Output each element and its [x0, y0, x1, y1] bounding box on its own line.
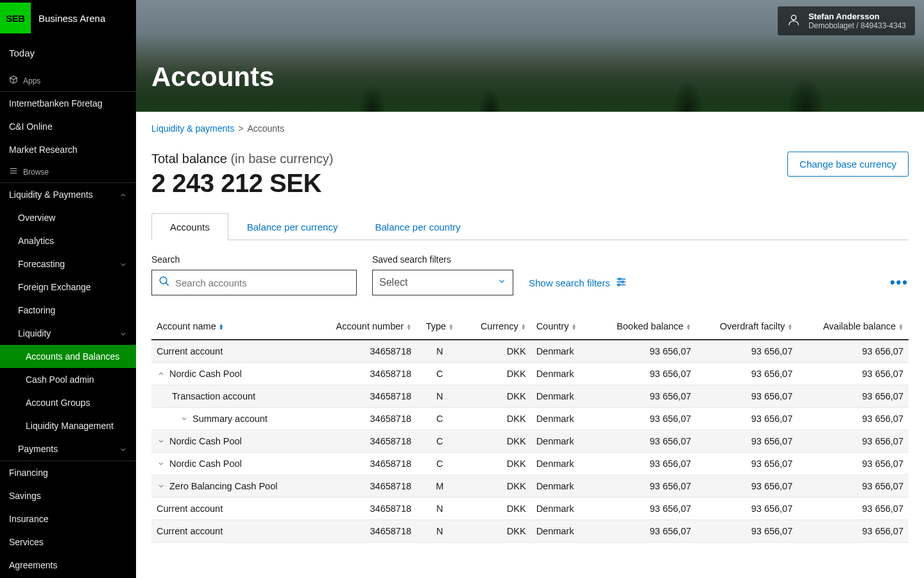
country-cell: Denmark: [531, 340, 593, 363]
type-cell: N: [416, 520, 463, 543]
user-company: Demobolaget / 849433-4343: [809, 21, 906, 30]
content-area: Liquidity & payments > Accounts Total ba…: [136, 112, 924, 578]
column-header[interactable]: Currency▲▼: [463, 313, 531, 340]
search-input[interactable]: [175, 277, 350, 288]
breadcrumb: Liquidity & payments > Accounts: [151, 123, 909, 134]
tab-balance-per-country[interactable]: Balance per country: [356, 213, 479, 240]
overdraft-cell: 93 656,07: [696, 363, 798, 385]
nav-today[interactable]: Today: [0, 36, 136, 70]
column-label: Type: [426, 321, 446, 331]
search-input-wrap[interactable]: [151, 270, 357, 295]
currency-cell: DKK: [463, 520, 531, 543]
table-row[interactable]: Nordic Cash Pool34658718CDKKDenmark93 65…: [151, 363, 909, 385]
type-cell: C: [416, 430, 463, 453]
more-actions-button[interactable]: •••: [890, 270, 909, 295]
sidebar-liquidity-item[interactable]: Liquidity Management: [0, 414, 136, 437]
currency-cell: DKK: [463, 430, 531, 453]
balance-label-sub: (in base currency): [230, 152, 333, 166]
booked-cell: 93 656,07: [593, 340, 696, 363]
menu-icon: [9, 166, 18, 177]
sidebar-lp-item[interactable]: Overview: [0, 206, 136, 229]
chevron-up-icon: [119, 191, 127, 198]
sidebar-liquidity-item[interactable]: Cash Pool admin: [0, 368, 136, 391]
expand-icon[interactable]: [157, 482, 166, 491]
show-filters-label: Show search filters: [529, 277, 610, 288]
breadcrumb-parent[interactable]: Liquidity & payments: [151, 123, 234, 134]
sidebar-lp-item[interactable]: Foreign Exchange: [0, 276, 136, 299]
expand-icon[interactable]: [180, 414, 189, 423]
sidebar-liquidity-item[interactable]: Account Groups: [0, 391, 136, 414]
account-name: Current account: [157, 526, 223, 536]
sidebar-bottom-item[interactable]: Savings: [0, 484, 136, 507]
change-base-currency-button[interactable]: Change base currency: [787, 152, 909, 177]
show-search-filters-link[interactable]: Show search filters: [529, 270, 627, 295]
table-row[interactable]: Transaction account34658718NDKKDenmark93…: [151, 385, 909, 408]
sidebar-app-item[interactable]: C&I Online: [0, 115, 136, 138]
sort-icon: ▲▼: [898, 324, 903, 330]
column-header[interactable]: Available balance▲▼: [798, 313, 909, 340]
column-header[interactable]: Country▲▼: [531, 313, 593, 340]
account-number-cell: 34658718: [312, 363, 416, 385]
currency-cell: DKK: [463, 408, 531, 430]
accounts-table: Account name▲▼Account number▲▼Type▲▼Curr…: [151, 313, 909, 543]
type-cell: C: [416, 408, 463, 430]
table-row[interactable]: Nordic Cash Pool34658718CDKKDenmark93 65…: [151, 430, 909, 453]
nav-liquidity-payments[interactable]: Liquidity & Payments: [0, 183, 136, 206]
sidebar-lp-item[interactable]: Analytics: [0, 229, 136, 252]
nav-payments[interactable]: Payments: [0, 437, 136, 460]
column-header[interactable]: Account name▲▼: [151, 313, 312, 340]
booked-cell: 93 656,07: [593, 475, 696, 498]
account-number-cell: 34658718: [312, 340, 416, 363]
available-cell: 93 656,07: [798, 475, 909, 498]
column-header[interactable]: Booked balance▲▼: [593, 313, 696, 340]
tab-balance-per-currency[interactable]: Balance per currency: [228, 213, 357, 240]
saved-filters-select[interactable]: Select: [372, 270, 513, 295]
type-cell: N: [416, 498, 463, 520]
sidebar-lp-item[interactable]: Forecasting: [0, 252, 136, 276]
expand-icon[interactable]: [157, 459, 166, 468]
sidebar-bottom-item[interactable]: Insurance: [0, 507, 136, 530]
sidebar-lp-item[interactable]: Factoring: [0, 299, 136, 322]
collapse-icon[interactable]: [157, 369, 166, 378]
country-cell: Denmark: [531, 520, 593, 543]
chevron-down-icon: [497, 277, 506, 288]
table-row[interactable]: Current account34658718NDKKDenmark93 656…: [151, 520, 909, 543]
column-header[interactable]: Type▲▼: [416, 313, 463, 340]
sidebar-app-item[interactable]: Market Research: [0, 138, 136, 161]
user-badge[interactable]: Stefan Andersson Demobolaget / 849433-43…: [778, 6, 915, 35]
nav-liquidity-label: Liquidity: [18, 328, 51, 338]
tab-accounts[interactable]: Accounts: [151, 213, 228, 240]
booked-cell: 93 656,07: [593, 520, 696, 543]
tabs: AccountsBalance per currencyBalance per …: [151, 213, 909, 240]
account-name-cell: Current account: [157, 526, 307, 536]
available-cell: 93 656,07: [798, 385, 909, 408]
sidebar-bottom-item[interactable]: Agreements: [0, 554, 136, 577]
search-field: Search: [151, 254, 357, 295]
table-row[interactable]: Current account34658718NDKKDenmark93 656…: [151, 340, 909, 363]
sidebar-bottom-item[interactable]: Financing: [0, 461, 136, 484]
sidebar-liquidity-item[interactable]: Accounts and Balances: [0, 345, 136, 368]
nav-liquidity[interactable]: Liquidity: [0, 322, 136, 345]
table-row[interactable]: Zero Balancing Cash Pool34658718MDKKDenm…: [151, 475, 909, 498]
country-cell: Denmark: [531, 408, 593, 430]
available-cell: 93 656,07: [798, 520, 909, 543]
sidebar-bottom-item[interactable]: Services: [0, 530, 136, 554]
column-label: Country: [536, 321, 569, 331]
expand-icon[interactable]: [157, 437, 166, 446]
brand-logo[interactable]: SEB: [0, 3, 31, 33]
column-header[interactable]: Overdraft facilty▲▼: [696, 313, 798, 340]
nav-item-label: Factoring: [18, 305, 55, 315]
sidebar-app-item[interactable]: Internetbanken Företag: [0, 92, 136, 115]
table-row[interactable]: Summary account34658718CDKKDenmark93 656…: [151, 408, 909, 430]
column-label: Available balance: [823, 321, 896, 331]
column-header[interactable]: Account number▲▼: [312, 313, 416, 340]
column-label: Account name: [157, 321, 216, 331]
account-name: Summary account: [193, 414, 268, 424]
account-name-cell: Nordic Cash Pool: [157, 369, 307, 379]
svg-point-3: [791, 15, 796, 20]
saved-filters-label: Saved search filters: [372, 254, 513, 265]
available-cell: 93 656,07: [798, 363, 909, 385]
table-row[interactable]: Nordic Cash Pool34658718CDKKDenmark93 65…: [151, 453, 909, 475]
table-row[interactable]: Current account34658718NDKKDenmark93 656…: [151, 498, 909, 520]
svg-line-5: [166, 283, 169, 286]
